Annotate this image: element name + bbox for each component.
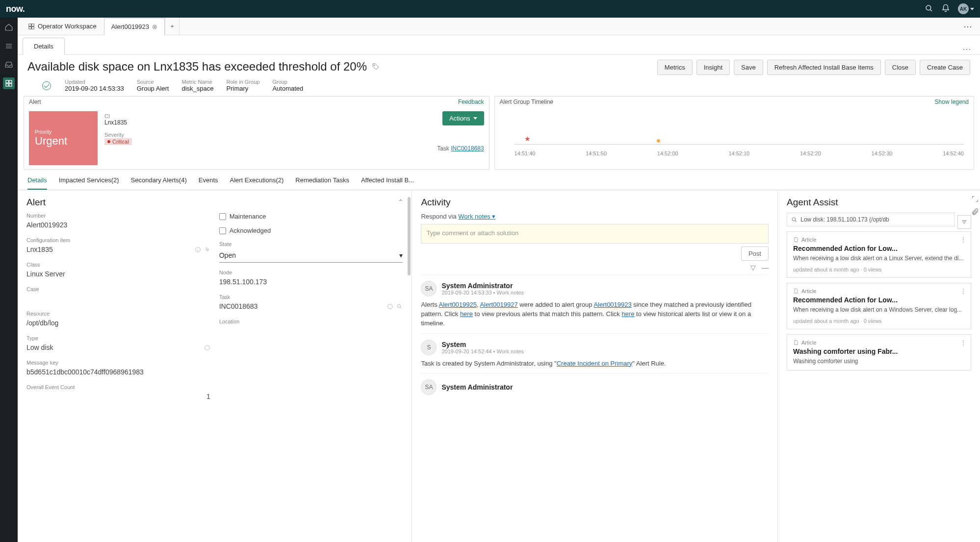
rail-inbox-icon[interactable] (3, 59, 15, 71)
rail-list-icon[interactable] (3, 40, 15, 52)
assist-search-text: Low disk: 198.51.100.173 (/opt/db (800, 216, 889, 223)
state-label: State (219, 241, 403, 247)
more-icon[interactable]: ⋮ (960, 339, 967, 346)
assist-card[interactable]: ⋮ Article Recommended Action for Low... … (787, 283, 971, 329)
location-field[interactable] (219, 326, 403, 336)
collapse-all-icon[interactable]: — (762, 264, 769, 271)
overall-label: Overall Event Count (26, 384, 210, 390)
more-icon[interactable]: ⋮ (960, 236, 967, 244)
save-button[interactable]: Save (734, 60, 763, 75)
here-link[interactable]: here (621, 310, 634, 318)
tab-details[interactable]: Details (27, 176, 47, 190)
metrics-button[interactable]: Metrics (657, 60, 693, 75)
svg-point-17 (205, 345, 209, 350)
activity-body: Alerts Alert0019925, Alert0019927 were a… (421, 300, 769, 328)
avatar: AK (958, 3, 969, 14)
case-field[interactable] (26, 294, 210, 304)
create-case-button[interactable]: Create Case (920, 60, 970, 75)
ci-field[interactable]: Lnx1835 (26, 245, 210, 255)
task-link[interactable]: INC0018683 (451, 145, 484, 152)
task-field[interactable]: INC0018683 (219, 301, 403, 312)
activity-meta: 2019-09-20 14:52:44 • Work notes (441, 348, 524, 354)
type-field[interactable]: Low disk (26, 343, 210, 353)
subtabs-overflow[interactable]: ⋯ (962, 44, 980, 54)
feedback-link[interactable]: Feedback (458, 99, 484, 105)
logo: now. (6, 4, 25, 14)
maintenance-checkbox[interactable]: Maintenance (219, 213, 403, 220)
rule-link[interactable]: Create Incident on Primary (557, 360, 633, 367)
status-check-icon (42, 81, 51, 90)
pointer-icon[interactable] (204, 246, 210, 253)
timeline-chart[interactable]: ★ 14:51:40 14:51:50 14:52:00 14:52:10 14… (495, 107, 974, 161)
close-icon[interactable]: ⊗ (152, 23, 157, 30)
svg-rect-11 (29, 26, 31, 29)
add-tab-button[interactable]: + (165, 18, 180, 35)
attachment-icon[interactable] (971, 208, 979, 216)
tag-icon[interactable] (372, 63, 380, 71)
rail-grid-icon[interactable] (3, 77, 15, 89)
msgkey-field[interactable]: b5d651c1dbc00010c74dff0968961983 (26, 367, 210, 377)
search-icon[interactable] (925, 4, 933, 14)
assist-card[interactable]: ⋮ Article Washing comforter using Fabr..… (787, 334, 971, 371)
tab-remediation[interactable]: Remediation Tasks (295, 176, 349, 190)
collapse-icon[interactable]: ⌃ (398, 198, 404, 206)
source-value: Group Alert (137, 85, 169, 92)
assist-summary: Washing comforter using (793, 357, 965, 366)
resource-field[interactable]: /opt/db/log (26, 318, 210, 328)
bell-icon[interactable] (941, 4, 950, 14)
ci-value: Lnx1835 (104, 119, 132, 126)
actions-label: Actions (449, 115, 470, 122)
actions-dropdown[interactable]: Actions (442, 111, 484, 125)
alert-link[interactable]: Alert0019927 (480, 301, 517, 308)
alert-link[interactable]: Alert0019923 (593, 301, 631, 308)
assist-filter-button[interactable] (957, 215, 971, 229)
refresh-button[interactable]: Refresh Affected Install Base Items (767, 60, 881, 75)
insight-button[interactable]: Insight (696, 60, 730, 75)
assist-search-input[interactable]: Low disk: 198.51.100.173 (/opt/db (787, 213, 954, 226)
location-label: Location (219, 319, 403, 324)
ci-form-label: Configuration item (26, 237, 210, 243)
tabs-overflow-button[interactable]: ⋯ (956, 21, 980, 32)
filter-icon[interactable]: ▽ (750, 264, 756, 271)
search-icon[interactable] (396, 303, 403, 310)
class-field[interactable]: Linux Server (26, 269, 210, 279)
chevron-down-icon (970, 8, 974, 10)
expand-icon[interactable] (971, 195, 979, 203)
more-icon[interactable]: ⋮ (960, 287, 967, 295)
info-icon[interactable] (387, 303, 393, 310)
alert-link[interactable]: Alert0019925 (439, 301, 477, 308)
rail-home-icon[interactable] (3, 22, 15, 33)
tab-affected[interactable]: Affected Install B... (361, 176, 414, 190)
info-icon[interactable] (195, 246, 201, 253)
respond-link[interactable]: Work notes ▾ (458, 213, 495, 220)
show-legend-link[interactable]: Show legend (935, 99, 969, 105)
close-button[interactable]: Close (885, 60, 916, 75)
avatar: SA (421, 379, 437, 395)
tab-secondary[interactable]: Secondary Alerts(4) (131, 176, 187, 190)
updated-label: Updated (65, 79, 124, 85)
assist-meta: updated about a month ago · 0 views (793, 267, 965, 272)
left-rail (0, 18, 18, 542)
tab-events[interactable]: Events (199, 176, 218, 190)
info-icon[interactable] (204, 345, 210, 351)
state-value: Open (219, 251, 236, 259)
assist-card[interactable]: ⋮ Article Recommended Action for Low... … (787, 231, 971, 278)
post-button[interactable]: Post (741, 246, 769, 261)
maintenance-label: Maintenance (230, 213, 266, 220)
scrollbar[interactable] (408, 197, 411, 275)
tab-impacted[interactable]: Impacted Services(2) (59, 176, 119, 190)
subtab-details[interactable]: Details (23, 38, 65, 55)
tab-operator-workspace[interactable]: Operator Workspace (21, 18, 104, 35)
t: " Alert Rule. (632, 360, 666, 367)
svg-rect-12 (32, 26, 34, 29)
tab-executions[interactable]: Alert Executions(2) (230, 176, 284, 190)
comment-input[interactable]: Type comment or attach solution (421, 224, 769, 244)
here-link[interactable]: here (460, 310, 473, 318)
number-field[interactable]: Alert0019923 (26, 220, 210, 230)
user-menu[interactable]: AK (958, 3, 974, 14)
state-select[interactable]: Open▾ (219, 248, 403, 263)
acknowledged-checkbox[interactable]: Acknowledged (219, 227, 403, 234)
node-field[interactable]: 198.51.100.173 (219, 277, 403, 287)
ci-label: CI (104, 113, 132, 119)
tab-alert-record[interactable]: Alert0019923 ⊗ (104, 18, 165, 35)
